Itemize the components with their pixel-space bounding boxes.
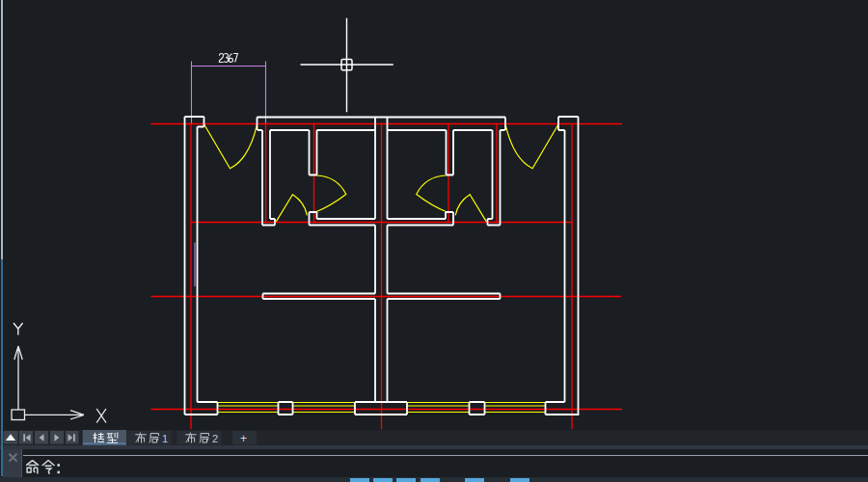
svg-text:1: 1 <box>162 433 168 444</box>
svg-text:2: 2 <box>212 433 218 444</box>
svg-text:+: + <box>240 432 247 445</box>
